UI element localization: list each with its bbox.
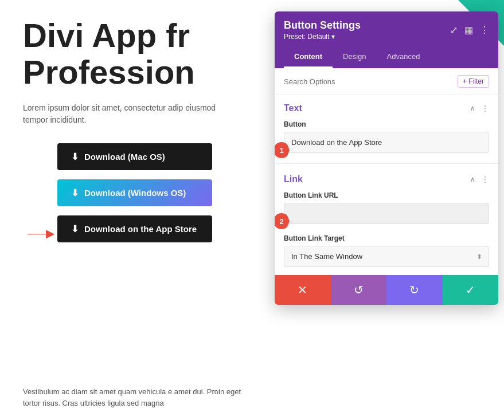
arrow-indicator: —— ▶ bbox=[28, 226, 54, 240]
page-footer-text: Vestibulum ac diam sit amet quam vehicul… bbox=[23, 386, 252, 409]
tab-advanced[interactable]: Advanced bbox=[377, 46, 431, 68]
button-text-input[interactable] bbox=[284, 132, 489, 153]
text-section-title: Text bbox=[284, 103, 302, 113]
panel-title-group: Button Settings Preset: Default ▾ bbox=[284, 19, 361, 41]
section-controls: ∧ ⋮ bbox=[470, 104, 489, 113]
tab-content[interactable]: Content bbox=[284, 46, 333, 68]
section-divider-1 bbox=[275, 163, 498, 164]
undo-button[interactable]: ↺ bbox=[331, 275, 387, 305]
target-field-group: Button Link Target In The Same Window Ne… bbox=[275, 232, 498, 275]
download-appstore-button[interactable]: ⬇ Download on the App Store bbox=[57, 215, 212, 242]
url-field-group: Button Link URL 2 bbox=[275, 189, 498, 232]
link-collapse-icon[interactable]: ∧ bbox=[470, 175, 475, 184]
tab-design[interactable]: Design bbox=[333, 46, 376, 68]
download-icon-appstore: ⬇ bbox=[71, 223, 79, 234]
search-bar: + Filter bbox=[275, 68, 498, 95]
page-description: Lorem ipsum dolor sit amet, consectetur … bbox=[23, 102, 241, 126]
confirm-button[interactable]: ✓ bbox=[443, 275, 499, 305]
link-more-icon[interactable]: ⋮ bbox=[481, 175, 489, 184]
button-settings-panel: Button Settings Preset: Default ▾ ⤢ ▦ ⋮ … bbox=[275, 11, 498, 305]
url-input[interactable] bbox=[284, 203, 489, 224]
button-text-field-group: Button 1 bbox=[275, 118, 498, 161]
link-section-header: Link ∧ ⋮ bbox=[275, 166, 498, 189]
target-field-label: Button Link Target bbox=[284, 234, 489, 242]
download-windows-button[interactable]: ⬇ Download (Windows OS) bbox=[57, 179, 212, 206]
download-icon-windows: ⬇ bbox=[71, 187, 79, 198]
section-more-icon[interactable]: ⋮ bbox=[481, 104, 489, 113]
link-section-controls: ∧ ⋮ bbox=[470, 175, 489, 184]
download-mac-button[interactable]: ⬇ Download (Mac OS) bbox=[57, 143, 212, 170]
step-2-badge: 2 bbox=[275, 213, 290, 229]
more-options-icon[interactable]: ⋮ bbox=[480, 25, 489, 36]
action-bar: ✕ ↺ ↻ ✓ bbox=[275, 275, 498, 305]
page-title: Divi App fr Profession bbox=[23, 17, 241, 91]
expand-icon[interactable]: ⤢ bbox=[450, 25, 458, 36]
step-1-badge: 1 bbox=[275, 142, 290, 158]
collapse-icon[interactable]: ∧ bbox=[470, 104, 475, 113]
grid-icon[interactable]: ▦ bbox=[464, 25, 473, 36]
download-icon: ⬇ bbox=[71, 151, 79, 162]
target-select-wrapper: In The Same Window New Tab bbox=[284, 246, 489, 267]
panel-preset: Preset: Default ▾ bbox=[284, 33, 361, 41]
panel-icon-group: ⤢ ▦ ⋮ bbox=[450, 25, 489, 36]
panel-body: + Filter Text ∧ ⋮ Button 1 Link bbox=[275, 68, 498, 275]
filter-button[interactable]: + Filter bbox=[458, 75, 489, 88]
button-field-label: Button bbox=[284, 120, 489, 128]
link-section-title: Link bbox=[284, 174, 303, 185]
cancel-button[interactable]: ✕ bbox=[275, 275, 331, 305]
page-content: Divi App fr Profession Lorem ipsum dolor… bbox=[0, 0, 264, 269]
panel-title: Button Settings bbox=[284, 19, 361, 32]
target-select[interactable]: In The Same Window New Tab bbox=[284, 246, 489, 267]
text-section-header: Text ∧ ⋮ bbox=[275, 95, 498, 118]
panel-tabs: Content Design Advanced bbox=[284, 46, 489, 68]
search-input[interactable] bbox=[284, 77, 458, 86]
url-field-label: Button Link URL bbox=[284, 191, 489, 199]
redo-button[interactable]: ↻ bbox=[386, 275, 443, 305]
panel-header: Button Settings Preset: Default ▾ ⤢ ▦ ⋮ … bbox=[275, 11, 498, 68]
